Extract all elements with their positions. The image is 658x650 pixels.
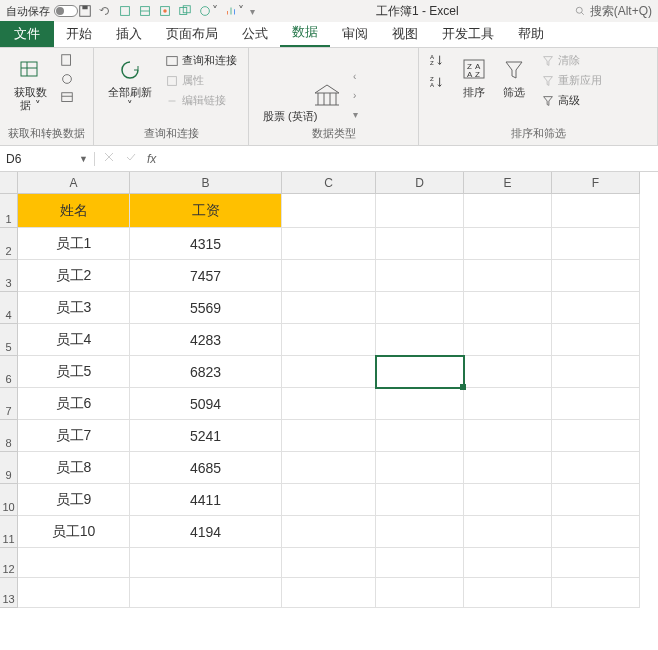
cell-F5[interactable] — [552, 324, 640, 356]
cell-F1[interactable] — [552, 194, 640, 228]
column-header-B[interactable]: B — [130, 172, 282, 194]
chevron-left-icon[interactable]: ‹ — [353, 71, 358, 82]
autosave-toggle[interactable]: 自动保存 — [6, 4, 78, 19]
column-header-D[interactable]: D — [376, 172, 464, 194]
cell-E4[interactable] — [464, 292, 552, 324]
cell-D5[interactable] — [376, 324, 464, 356]
cell-B12[interactable] — [130, 548, 282, 578]
cell-B9[interactable]: 4685 — [130, 452, 282, 484]
cell-A4[interactable]: 员工3 — [18, 292, 130, 324]
sort-button[interactable]: ZAAZ 排序 — [454, 52, 494, 101]
cell-E13[interactable] — [464, 578, 552, 608]
cell-F8[interactable] — [552, 420, 640, 452]
tab-insert[interactable]: 插入 — [104, 21, 154, 47]
tab-review[interactable]: 审阅 — [330, 21, 380, 47]
cell-B13[interactable] — [130, 578, 282, 608]
qat-icon-2[interactable] — [138, 4, 152, 18]
cell-E11[interactable] — [464, 516, 552, 548]
row-header[interactable]: 13 — [0, 578, 18, 608]
cell-F2[interactable] — [552, 228, 640, 260]
cell-F11[interactable] — [552, 516, 640, 548]
qat-dropdown-icon[interactable]: ▾ — [250, 6, 255, 17]
cell-E3[interactable] — [464, 260, 552, 292]
tab-developer[interactable]: 开发工具 — [430, 21, 506, 47]
cell-E1[interactable] — [464, 194, 552, 228]
qat-icon-3[interactable] — [158, 4, 172, 18]
cell-B4[interactable]: 5569 — [130, 292, 282, 324]
cell-C8[interactable] — [282, 420, 376, 452]
tab-help[interactable]: 帮助 — [506, 21, 556, 47]
row-header[interactable]: 5 — [0, 324, 18, 356]
cell-C7[interactable] — [282, 388, 376, 420]
cell-A13[interactable] — [18, 578, 130, 608]
cell-A1[interactable]: 姓名 — [18, 194, 130, 228]
row-header[interactable]: 8 — [0, 420, 18, 452]
row-header[interactable]: 6 — [0, 356, 18, 388]
cell-F3[interactable] — [552, 260, 640, 292]
qat-icon-1[interactable] — [118, 4, 132, 18]
cell-C3[interactable] — [282, 260, 376, 292]
cell-D2[interactable] — [376, 228, 464, 260]
cell-C9[interactable] — [282, 452, 376, 484]
name-box[interactable]: D6 ▼ — [0, 152, 95, 166]
cell-A3[interactable]: 员工2 — [18, 260, 130, 292]
column-header-F[interactable]: F — [552, 172, 640, 194]
cell-D10[interactable] — [376, 484, 464, 516]
qat-icon-6[interactable]: ˅ — [224, 4, 244, 18]
cell-C12[interactable] — [282, 548, 376, 578]
row-header[interactable]: 4 — [0, 292, 18, 324]
column-header-E[interactable]: E — [464, 172, 552, 194]
column-header-C[interactable]: C — [282, 172, 376, 194]
row-header[interactable]: 7 — [0, 388, 18, 420]
tab-home[interactable]: 开始 — [54, 21, 104, 47]
cell-F9[interactable] — [552, 452, 640, 484]
cell-C11[interactable] — [282, 516, 376, 548]
cell-A12[interactable] — [18, 548, 130, 578]
fx-button[interactable]: fx — [147, 152, 156, 166]
cell-D12[interactable] — [376, 548, 464, 578]
row-header[interactable]: 10 — [0, 484, 18, 516]
row-header[interactable]: 2 — [0, 228, 18, 260]
cell-D11[interactable] — [376, 516, 464, 548]
cell-D3[interactable] — [376, 260, 464, 292]
row-header[interactable]: 1 — [0, 194, 18, 228]
cell-C13[interactable] — [282, 578, 376, 608]
from-text-icon[interactable] — [57, 52, 80, 68]
cell-A6[interactable]: 员工5 — [18, 356, 130, 388]
cell-E8[interactable] — [464, 420, 552, 452]
cell-A8[interactable]: 员工7 — [18, 420, 130, 452]
tab-page-layout[interactable]: 页面布局 — [154, 21, 230, 47]
cell-D8[interactable] — [376, 420, 464, 452]
cell-F10[interactable] — [552, 484, 640, 516]
save-icon[interactable] — [78, 4, 92, 18]
cell-E2[interactable] — [464, 228, 552, 260]
cell-D4[interactable] — [376, 292, 464, 324]
row-header[interactable]: 12 — [0, 548, 18, 578]
cell-D13[interactable] — [376, 578, 464, 608]
cell-E12[interactable] — [464, 548, 552, 578]
cell-F4[interactable] — [552, 292, 640, 324]
cell-E10[interactable] — [464, 484, 552, 516]
cell-A2[interactable]: 员工1 — [18, 228, 130, 260]
cell-C6[interactable] — [282, 356, 376, 388]
cell-B6[interactable]: 6823 — [130, 356, 282, 388]
cell-B5[interactable]: 4283 — [130, 324, 282, 356]
cell-C4[interactable] — [282, 292, 376, 324]
filter-button[interactable]: 筛选 — [494, 52, 534, 101]
refresh-all-button[interactable]: 全部刷新 ˅ — [102, 52, 158, 114]
cell-F7[interactable] — [552, 388, 640, 420]
from-web-icon[interactable] — [57, 71, 80, 87]
cell-B11[interactable]: 4194 — [130, 516, 282, 548]
cell-F6[interactable] — [552, 356, 640, 388]
cell-C1[interactable] — [282, 194, 376, 228]
cell-A7[interactable]: 员工6 — [18, 388, 130, 420]
cell-B8[interactable]: 5241 — [130, 420, 282, 452]
tab-file[interactable]: 文件 — [0, 21, 54, 47]
get-data-button[interactable]: 获取数 据 ˅ — [8, 52, 53, 114]
queries-connections-button[interactable]: 查询和连接 — [162, 52, 240, 69]
row-header[interactable]: 3 — [0, 260, 18, 292]
cell-B10[interactable]: 4411 — [130, 484, 282, 516]
cell-D9[interactable] — [376, 452, 464, 484]
cell-A11[interactable]: 员工10 — [18, 516, 130, 548]
cell-C10[interactable] — [282, 484, 376, 516]
